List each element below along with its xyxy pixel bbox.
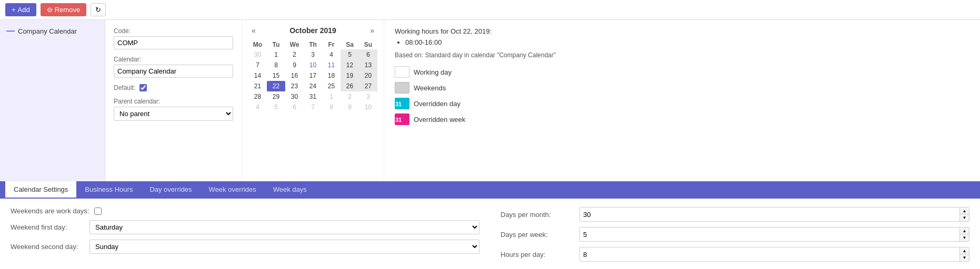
calendar-day[interactable]: 27 (359, 81, 377, 91)
calendar-day[interactable]: 26 (341, 81, 359, 91)
legend: Working dayWeekends31Overridden day31Ove… (395, 66, 969, 125)
calendar-day[interactable]: 19 (341, 70, 359, 81)
info-hours: 08:00-16:00 (395, 38, 969, 46)
weekends-work-label: Weekends are work days: (11, 207, 89, 215)
weekend-second-select[interactable]: SundaySaturdayMondayTuesdayWednesdayThur… (89, 240, 479, 254)
days-per-month-input[interactable] (580, 209, 959, 221)
weekends-work-row: Weekends are work days: (11, 207, 479, 215)
calendar-day[interactable]: 15 (267, 70, 285, 81)
calendar-day[interactable]: 8 (267, 60, 285, 70)
legend-label-white: Working day (414, 68, 452, 76)
hours-per-day-up[interactable]: ▲ (959, 247, 969, 254)
weekend-first-row: Weekend first day: SaturdaySundayMondayT… (11, 220, 479, 234)
calendar-grid: MoTuWeThFrSaSu 3012345678910111213141516… (248, 40, 377, 112)
calendar-day[interactable]: 12 (341, 60, 359, 70)
add-label: Add (18, 6, 30, 14)
calendar-day[interactable]: 21 (248, 81, 267, 91)
calendar-day[interactable]: 9 (285, 60, 304, 70)
legend-item-cyan: 31Overridden day (395, 98, 969, 109)
legend-item-gray: Weekends (395, 82, 969, 94)
calendar-header: « October 2019 » (248, 25, 377, 36)
calendar-day[interactable]: 5 (341, 49, 359, 60)
calendar-day[interactable]: 4 (248, 102, 267, 112)
legend-label-pink: Overridden week (414, 116, 465, 123)
remove-button[interactable]: ⊖ Remove (41, 3, 86, 16)
weekends-work-checkbox[interactable] (94, 208, 102, 215)
calendar-week-row: 45678910 (248, 102, 377, 112)
calendar-day[interactable]: 30 (285, 91, 304, 102)
weekend-second-label: Weekend second day: (11, 243, 84, 251)
days-per-month-up[interactable]: ▲ (959, 208, 969, 214)
tab-calendar-settings[interactable]: Calendar Settings (5, 181, 76, 199)
remove-label: Remove (55, 6, 80, 14)
calendar-day[interactable]: 30 (248, 49, 267, 60)
weekend-second-row: Weekend second day: SundaySaturdayMonday… (11, 240, 479, 254)
calendar-day[interactable]: 6 (285, 102, 304, 112)
calendar-week-row: 21222324252627 (248, 81, 377, 91)
days-per-week-input[interactable] (580, 229, 959, 241)
calendar-day[interactable]: 25 (322, 81, 341, 91)
calendar-day[interactable]: 29 (267, 91, 285, 102)
calendar-day[interactable]: 20 (359, 70, 377, 81)
days-per-week-down[interactable]: ▼ (959, 234, 969, 241)
calendar-day[interactable]: 31 (304, 91, 322, 102)
calendar-label: Calendar: (114, 56, 233, 63)
calendar-day[interactable]: 14 (248, 70, 267, 81)
days-per-month-row: Days per month: ▲ ▼ (501, 207, 969, 222)
prev-month-button[interactable]: « (248, 25, 259, 36)
tab-week-days[interactable]: Week days (265, 181, 315, 199)
calendar-day[interactable]: 10 (359, 102, 377, 112)
calendar-week-row: 78910111213 (248, 60, 377, 70)
calendar-day[interactable]: 4 (322, 49, 341, 60)
days-per-month-down[interactable]: ▼ (959, 214, 969, 221)
tab-week-overrides[interactable]: Week overrides (201, 181, 265, 199)
calendar-day[interactable]: 5 (267, 102, 285, 112)
add-button[interactable]: + Add (5, 3, 36, 16)
hours-per-day-spinner-buttons: ▲ ▼ (959, 247, 969, 261)
calendar-day[interactable]: 1 (322, 91, 341, 102)
parent-label: Parent calendar: (114, 98, 233, 105)
hours-per-day-label: Hours per day: (501, 251, 574, 258)
calendar-title: October 2019 (289, 26, 336, 35)
circle-minus-icon: ⊖ (47, 6, 53, 14)
next-month-button[interactable]: » (367, 25, 377, 36)
days-per-month-spinner-buttons: ▲ ▼ (959, 208, 969, 221)
calendar-day[interactable]: 18 (322, 70, 341, 81)
calendar-area: « October 2019 » MoTuWeThFrSaSu 30123456… (242, 20, 384, 181)
hours-per-day-down[interactable]: ▼ (959, 254, 969, 261)
tab-business-hours[interactable]: Business Hours (76, 181, 141, 199)
calendar-day[interactable]: 7 (248, 60, 267, 70)
calendar-day[interactable]: 7 (304, 102, 322, 112)
tab-day-overrides[interactable]: Day overrides (141, 181, 200, 199)
plus-icon: + (12, 6, 16, 14)
calendar-day[interactable]: 24 (304, 81, 322, 91)
hours-per-day-input[interactable] (580, 249, 959, 261)
calendar-day[interactable]: 9 (341, 102, 359, 112)
calendar-day[interactable]: 2 (341, 91, 359, 102)
calendar-day[interactable]: 6 (359, 49, 377, 60)
calendar-day[interactable]: 11 (322, 60, 341, 70)
calendar-day[interactable]: 22 (267, 81, 285, 91)
info-based-on: Based on: Standard day in calendar "Comp… (395, 51, 969, 59)
days-per-week-up[interactable]: ▲ (959, 227, 969, 234)
legend-item-pink: 31Overridden week (395, 113, 969, 125)
refresh-button[interactable]: ↻ (91, 3, 106, 16)
calendar-day[interactable]: 3 (304, 49, 322, 60)
calendar-day[interactable]: 13 (359, 60, 377, 70)
days-per-week-spinner: ▲ ▼ (579, 227, 969, 242)
calendar-day[interactable]: 2 (285, 49, 304, 60)
calendar-day[interactable]: 8 (322, 102, 341, 112)
calendar-day[interactable]: 10 (304, 60, 322, 70)
sidebar-item-company-calendar[interactable]: — Company Calendar (0, 23, 105, 39)
weekend-first-select[interactable]: SaturdaySundayMondayTuesdayWednesdayThur… (89, 220, 479, 234)
calendar-day[interactable]: 1 (267, 49, 285, 60)
calendar-day[interactable]: 28 (248, 91, 267, 102)
calendar-day[interactable]: 3 (359, 91, 377, 102)
default-checkbox[interactable] (139, 84, 147, 91)
calendar-input[interactable] (114, 65, 233, 78)
calendar-day[interactable]: 23 (285, 81, 304, 91)
parent-select[interactable]: No parent (114, 107, 233, 121)
code-input[interactable] (114, 36, 233, 49)
calendar-day[interactable]: 17 (304, 70, 322, 81)
calendar-day[interactable]: 16 (285, 70, 304, 81)
